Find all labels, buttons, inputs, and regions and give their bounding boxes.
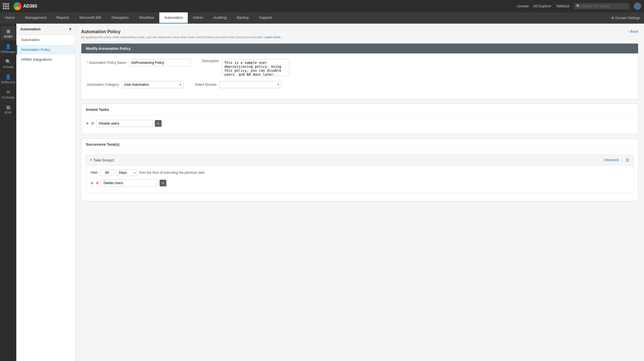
advanced-link[interactable]: Advanced (604, 158, 619, 162)
nav-support[interactable]: Support (254, 12, 277, 24)
top-bar: AD360 License AD Explorer TalkBack 🔍 👤 (0, 0, 644, 12)
nav-workflow[interactable]: Workflow (134, 12, 159, 24)
nav-admin[interactable]: Admin (188, 12, 208, 24)
category-select[interactable]: User Automation Computer Automation Grou… (122, 81, 184, 88)
card-header-label: Modify Automation Policy (86, 46, 131, 51)
after-label: After (91, 171, 98, 175)
m365-icon: ▦ (5, 104, 11, 110)
successive-tasks-card: Successive Task(s) ▾ Task Group1 Advance… (81, 139, 638, 201)
left-panel-item-automation[interactable]: Automation (16, 35, 75, 45)
sidebar-item-exchange[interactable]: ✉ Exchange (1, 87, 15, 101)
nav-delegation[interactable]: Delegation (106, 12, 134, 24)
instant-tasks-card: Instant Tasks + × + (81, 104, 638, 134)
description-textarea[interactable]: This is a sample user deprovisioning pol… (222, 59, 289, 76)
category-select-wrapper: User Automation Computer Automation Grou… (122, 81, 184, 88)
ad-explorer-link[interactable]: AD Explorer (533, 4, 551, 8)
layout: ⊞ AD360 👤 ADManager 🔍 ADAudit 👤 SelfServ… (0, 24, 644, 361)
days-select[interactable]: Days Hours Minutes (116, 169, 137, 176)
sidebar-item-m365[interactable]: ▦ M365 (1, 102, 15, 116)
user-avatar[interactable]: 👤 (634, 3, 641, 10)
sidebar-item-adaudit[interactable]: 🔍 ADAudit (1, 56, 15, 71)
main-content: Automation Policy By applying this polic… (75, 24, 644, 361)
selfservice-icon: 👤 (5, 74, 11, 80)
left-panel-arrow: ▾ (69, 27, 71, 31)
sidebar-item-admanager[interactable]: 👤 ADManager (1, 41, 15, 56)
logo: AD360 (14, 2, 37, 10)
exchange-icon: ✉ (5, 89, 11, 95)
sidebar-label-ad360: AD360 (4, 35, 13, 38)
policy-name-label: * Automation Policy Name (87, 61, 126, 65)
days-select-wrapper: Days Hours Minutes ▾ (116, 169, 137, 176)
nav-backup[interactable]: Backup (232, 12, 254, 24)
left-panel-item-hrms[interactable]: HRMS Integrations (16, 55, 75, 64)
top-bar-left: AD360 (3, 2, 37, 10)
successive-tasks-header: Successive Task(s) (81, 139, 638, 150)
form-group-category: Automation Category User Automation Comp… (87, 81, 184, 88)
form-group-description: Description This is a sample user deprov… (202, 59, 289, 76)
nav-auditing[interactable]: Auditing (208, 12, 232, 24)
from-text: from the time of executing the previous … (139, 171, 204, 175)
nav-microsoft365[interactable]: Microsoft 365 (74, 12, 106, 24)
instant-task-add-button[interactable]: + (155, 120, 162, 127)
nav-automation[interactable]: Automation (159, 12, 188, 24)
subtitle-text: By applying this policy while automating… (81, 35, 264, 39)
successive-add-task-icon: + (162, 181, 164, 185)
task-group-title: ▾ Task Group1 (90, 158, 114, 162)
task-group-actions: Advanced | 🗑 (604, 158, 629, 162)
domain-select[interactable] (220, 81, 281, 88)
task-group-separator: | (622, 158, 623, 162)
sidebar-label-exchange: Exchange (2, 96, 14, 99)
policy-name-input[interactable] (129, 59, 191, 66)
task-group-label: Task Group1 (93, 158, 114, 162)
icon-sidebar: ⊞ AD360 👤 ADManager 🔍 ADAudit 👤 SelfServ… (0, 24, 16, 361)
adaudit-icon: 🔍 (5, 58, 11, 65)
successive-task-input[interactable] (101, 179, 157, 187)
required-star: * (87, 61, 88, 65)
domain-settings-btn[interactable]: ⚙ Domain Settings (607, 12, 644, 24)
form-group-domain: Select Domain ▾ (195, 81, 281, 88)
sidebar-item-ad360[interactable]: ⊞ AD360 (1, 26, 15, 40)
card-header: Modify Automation Policy (81, 44, 638, 53)
talkback-link[interactable]: TalkBack (556, 4, 569, 8)
back-button[interactable]: ‹ Back (628, 29, 638, 33)
back-chevron-icon: ‹ (628, 29, 629, 33)
delete-task-group-icon[interactable]: 🗑 (625, 158, 629, 162)
successive-task-add-icon[interactable]: + (91, 180, 94, 186)
instant-task-input[interactable] (96, 120, 153, 127)
sidebar-label-m365: M365 (5, 111, 12, 114)
nav-bar: Home Management Reports Microsoft 365 De… (0, 12, 644, 24)
card-body: * Automation Policy Name Description Thi… (81, 53, 638, 99)
instant-task-remove-icon[interactable]: × (91, 121, 94, 127)
ad360-icon: ⊞ (5, 28, 11, 34)
task-group: ▾ Task Group1 Advanced | 🗑 After (86, 155, 634, 193)
left-panel-header: Automation ▾ (16, 24, 75, 35)
grid-icon[interactable] (3, 3, 9, 9)
instant-task-row: + × + (86, 120, 634, 127)
page-header: Automation Policy By applying this polic… (81, 29, 638, 39)
page-title: Automation Policy (81, 29, 283, 34)
left-panel-item-automation-policy[interactable]: Automation Policy (16, 45, 75, 55)
successive-task-remove-icon[interactable]: × (96, 180, 99, 186)
form-row-2: Automation Category User Automation Comp… (87, 81, 632, 88)
nav-home[interactable]: Home (0, 12, 20, 24)
top-bar-right: License AD Explorer TalkBack 🔍 👤 (517, 3, 641, 10)
after-input[interactable] (100, 169, 114, 176)
category-label: Automation Category (87, 83, 119, 87)
successive-task-add-button[interactable]: + (160, 180, 166, 186)
sidebar-label-admanager: ADManager (1, 50, 15, 53)
admanager-icon: 👤 (5, 43, 11, 49)
form-row-1: * Automation Policy Name Description Thi… (87, 59, 632, 76)
search-icon: 🔍 (576, 4, 580, 8)
nav-reports[interactable]: Reports (52, 12, 75, 24)
learn-more-link[interactable]: Learn more... (265, 35, 283, 39)
sidebar-label-adaudit: ADAudit (3, 66, 14, 69)
license-link[interactable]: License (517, 4, 529, 8)
search-input[interactable] (582, 4, 627, 8)
task-group-body: After Days Hours Minutes ▾ from the t (86, 165, 633, 193)
sidebar-item-selfservice[interactable]: 👤 SelfService (1, 71, 15, 86)
task-group-chevron-icon[interactable]: ▾ (90, 158, 92, 162)
successive-task-row: + × + (91, 179, 629, 187)
nav-management[interactable]: Management (20, 12, 52, 24)
instant-task-add-icon[interactable]: + (86, 121, 89, 127)
modify-policy-card: Modify Automation Policy * Automation Po… (81, 43, 638, 99)
